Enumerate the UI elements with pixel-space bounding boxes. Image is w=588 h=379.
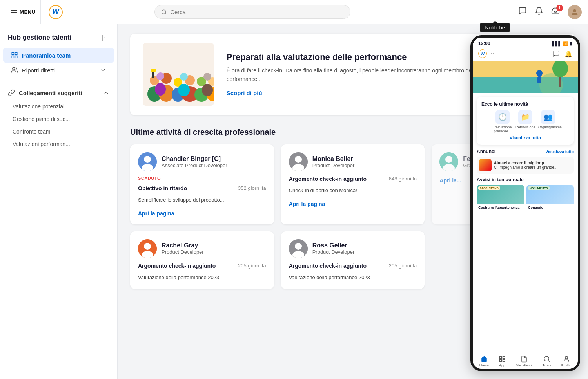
mobile-icon-presenze[interactable]: 🕐 Rilevazione presenze... xyxy=(493,110,512,133)
card-activity-label-0: Obiettivo in ritardo xyxy=(138,185,187,191)
card-name-0: Chandler Binger [C] xyxy=(162,155,227,162)
notif-tooltip: Notifiche xyxy=(480,23,510,32)
card-activity-days-4: 205 giorni fa xyxy=(389,263,417,269)
svg-rect-4 xyxy=(15,56,17,58)
search-bar[interactable] xyxy=(154,5,350,19)
mobile-announcements-view-all[interactable]: Visualizza tutto xyxy=(545,150,574,154)
mobile-signal-icons: ▌▌▌ 📶 ▮ xyxy=(552,41,572,46)
svg-point-20 xyxy=(155,83,166,96)
mobile-view-all-link[interactable]: Visualizza tutto xyxy=(481,135,569,140)
card-activity-row-1: Argomento check-in aggiunto 648 giorni f… xyxy=(289,176,417,182)
presenze-label: Rilevazione presenze... xyxy=(493,125,512,133)
sidebar-link-1[interactable]: Gestione piano di suc... xyxy=(5,113,113,125)
sidebar: Hub gestione talenti |← Panoramica team … xyxy=(0,24,118,379)
mobile-tab-home[interactable]: Home xyxy=(479,356,489,367)
wifi-icon: 📶 xyxy=(563,41,568,46)
chat-icon[interactable] xyxy=(518,7,527,18)
link-icon xyxy=(8,89,15,96)
search-icon xyxy=(161,9,167,15)
sidebar-link-3[interactable]: Valutazioni performan... xyxy=(5,138,113,150)
svg-rect-27 xyxy=(151,69,156,72)
activity-card-3: Rachel Gray Product Developer Argomento … xyxy=(130,231,274,289)
mobile-status-bar: 12:00 ▌▌▌ 📶 ▮ xyxy=(473,38,578,48)
sidebar-link-0[interactable]: Valutazione potenzial... xyxy=(5,100,113,113)
card-link-1[interactable]: Apri la pagina xyxy=(289,201,417,207)
inbox-icon[interactable]: 1 xyxy=(551,7,560,18)
mobile-tab-activities-label: Mie attività xyxy=(515,363,532,367)
sidebar-section-header[interactable]: Collegamenti suggeriti xyxy=(0,85,117,100)
mobile-announcement[interactable]: Aiutaci a creare il miglior p... Ci impe… xyxy=(477,157,574,174)
retribuzione-label: Retribuzione xyxy=(515,125,535,129)
mobile-tab-profile[interactable]: Profilo xyxy=(561,356,572,367)
svg-point-41 xyxy=(295,243,302,250)
mobile-logo: W xyxy=(478,49,487,58)
banner-illustration xyxy=(143,43,214,106)
card-activity-desc-0: Semplificare lo sviluppo del prodotto... xyxy=(138,196,266,204)
panoramica-label: Panoramica team xyxy=(22,52,106,59)
riporti-label: Riporti diretti xyxy=(22,67,96,74)
mobile-icon-retribuzione[interactable]: 📁 Retribuzione xyxy=(515,110,535,133)
banner-link[interactable]: Scopri di più xyxy=(227,90,262,96)
card-info-3: Rachel Gray Product Developer xyxy=(162,242,204,255)
card-activity-desc-4: Valutazione della performance 2023 xyxy=(289,274,417,282)
card-info-4: Ross Geller Product Developer xyxy=(312,242,355,255)
profile-icon xyxy=(563,356,570,363)
avatar-chandler xyxy=(138,152,157,171)
sidebar-link-2[interactable]: Confronto team xyxy=(5,125,113,138)
sidebar-links: Valutazione potenzial... Gestione piano … xyxy=(0,100,117,150)
mobile-avviso-1[interactable]: FACOLTATIVO Costruire l'appartenenza xyxy=(477,185,524,211)
svg-rect-5 xyxy=(12,56,14,58)
svg-point-38 xyxy=(144,243,151,250)
svg-rect-49 xyxy=(537,76,541,83)
card-role-1: Product Developer xyxy=(312,162,355,168)
activity-card-4: Ross Geller Product Developer Argomento … xyxy=(281,231,425,289)
mobile-avviso-2[interactable]: NON INIZIATO Congedo xyxy=(526,185,574,211)
card-name-3: Rachel Gray xyxy=(162,242,204,249)
mobile-tab-activities[interactable]: Mie attività xyxy=(515,356,532,367)
mobile-announcements-title: Annunci xyxy=(477,149,495,154)
app-icon xyxy=(499,356,506,363)
announcement-desc: Ci impegniamo a creare un grande... xyxy=(494,165,557,170)
mobile-chat-icon[interactable] xyxy=(553,50,560,57)
svg-point-35 xyxy=(445,156,452,163)
mobile-tab-find[interactable]: Trova xyxy=(543,356,552,367)
svg-point-32 xyxy=(295,156,302,163)
notification-icon[interactable] xyxy=(535,7,543,18)
svg-rect-52 xyxy=(503,360,505,362)
card-name-1: Monica Beller xyxy=(312,155,355,162)
card-link-0[interactable]: Apri la pagina xyxy=(138,210,266,217)
menu-button[interactable]: MENU xyxy=(6,0,41,24)
card-name-4: Ross Geller xyxy=(312,242,355,249)
svg-point-29 xyxy=(144,156,151,163)
activity-card-1: Monica Beller Product Developer Argoment… xyxy=(281,144,425,224)
sidebar-heading: Hub gestione talenti xyxy=(8,34,71,42)
card-role-4: Product Developer xyxy=(312,249,355,255)
mobile-icon-organigramma[interactable]: 👥 Organigramma xyxy=(538,110,558,133)
card-activity-label-4: Argomento check-in aggiunto xyxy=(289,263,367,269)
retribuzione-icon: 📁 xyxy=(518,110,532,124)
mobile-app-overlay: 12:00 ▌▌▌ 📶 ▮ W 🔔 Ecco le ultim xyxy=(470,35,580,371)
mobile-bottom-nav: Home App Mie attività Trova Profilo xyxy=(473,352,578,369)
card-activity-row-0: Obiettivo in ritardo 352 giorni fa xyxy=(138,185,266,191)
card-role-3: Product Developer xyxy=(162,249,204,255)
mobile-notif-icon[interactable]: 🔔 xyxy=(564,50,572,58)
user-avatar[interactable] xyxy=(568,5,582,19)
chevron-down-icon xyxy=(100,67,106,73)
svg-point-0 xyxy=(162,10,166,14)
topnav: MENU W 1 Notifiche xyxy=(0,0,588,24)
card-activity-row-4: Argomento check-in aggiunto 205 giorni f… xyxy=(289,263,417,269)
avatar-feedback xyxy=(439,152,458,171)
mobile-avvisi-title: Avvisi in tempo reale xyxy=(477,177,574,182)
svg-point-55 xyxy=(565,356,568,359)
workday-logo: W xyxy=(49,5,63,19)
mobile-tab-app[interactable]: App xyxy=(499,356,506,367)
sidebar-item-riporti[interactable]: Riporti diretti xyxy=(3,63,114,78)
search-input[interactable] xyxy=(170,9,344,15)
sidebar-item-panoramica[interactable]: Panoramica team xyxy=(3,48,114,63)
svg-rect-50 xyxy=(499,356,501,358)
card-activity-row-3: Argomento check-in aggiunto 205 giorni f… xyxy=(138,263,266,269)
users-icon xyxy=(11,67,18,74)
card-header-3: Rachel Gray Product Developer xyxy=(138,239,266,258)
sidebar-collapse-icon[interactable]: |← xyxy=(102,34,109,41)
links-section-label: Collegamenti suggeriti xyxy=(19,90,99,96)
